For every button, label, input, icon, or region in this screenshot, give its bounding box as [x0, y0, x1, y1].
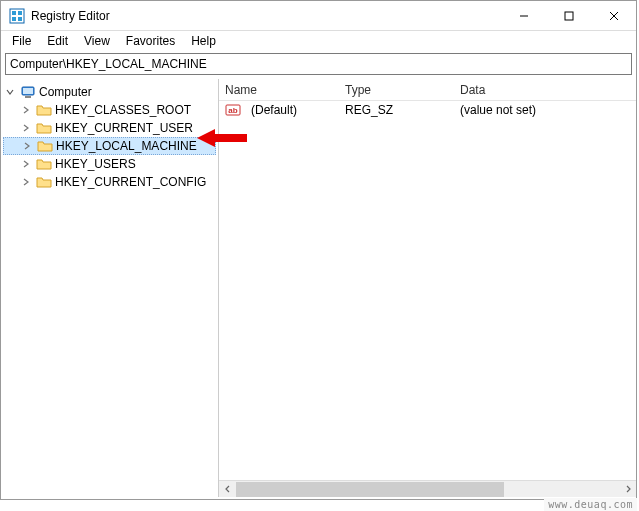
tree-node-hkcr[interactable]: HKEY_CLASSES_ROOT [3, 101, 216, 119]
svg-rect-6 [565, 12, 573, 20]
menu-favorites[interactable]: Favorites [119, 32, 182, 50]
content-area: Computer HKEY_CLASSES_ROOT HKEY_CURRENT_… [1, 79, 636, 497]
chevron-right-icon[interactable] [21, 105, 33, 115]
registry-editor-window: Registry Editor File Edit View Favorites… [0, 0, 637, 500]
tree-node-label: HKEY_CURRENT_CONFIG [55, 175, 206, 189]
tree-node-label: HKEY_USERS [55, 157, 136, 171]
tree-node-label: HKEY_LOCAL_MACHINE [56, 139, 197, 153]
menu-help[interactable]: Help [184, 32, 223, 50]
chevron-right-icon[interactable] [22, 141, 34, 151]
folder-icon [37, 138, 53, 154]
tree-node-label: HKEY_CURRENT_USER [55, 121, 193, 135]
column-header-data[interactable]: Data [454, 83, 636, 97]
address-bar[interactable]: Computer\HKEY_LOCAL_MACHINE [5, 53, 632, 75]
maximize-icon [564, 11, 574, 21]
folder-icon [36, 102, 52, 118]
scroll-thumb[interactable] [236, 482, 504, 497]
minimize-button[interactable] [501, 1, 546, 31]
chevron-right-icon [624, 485, 632, 493]
list-row[interactable]: ab (Default) REG_SZ (value not set) [219, 101, 636, 119]
maximize-button[interactable] [546, 1, 591, 31]
computer-icon [20, 84, 36, 100]
menu-edit[interactable]: Edit [40, 32, 75, 50]
tree-node-computer[interactable]: Computer [3, 83, 216, 101]
tree-node-hkcu[interactable]: HKEY_CURRENT_USER [3, 119, 216, 137]
menubar: File Edit View Favorites Help [1, 31, 636, 51]
tree-node-hkcc[interactable]: HKEY_CURRENT_CONFIG [3, 173, 216, 191]
horizontal-scrollbar[interactable] [219, 480, 636, 497]
column-header-name[interactable]: Name [219, 83, 339, 97]
tree-panel[interactable]: Computer HKEY_CLASSES_ROOT HKEY_CURRENT_… [1, 79, 219, 497]
folder-icon [36, 120, 52, 136]
svg-rect-4 [18, 17, 22, 21]
window-title: Registry Editor [31, 9, 110, 23]
scroll-track[interactable] [236, 481, 619, 498]
close-button[interactable] [591, 1, 636, 31]
list-body[interactable]: ab (Default) REG_SZ (value not set) [219, 101, 636, 480]
list-headers: Name Type Data [219, 79, 636, 101]
list-panel: Name Type Data ab (Default) REG_SZ (valu… [219, 79, 636, 497]
tree-node-label: Computer [39, 85, 92, 99]
chevron-right-icon[interactable] [21, 177, 33, 187]
chevron-down-icon[interactable] [5, 87, 17, 97]
svg-rect-10 [23, 88, 33, 94]
tree-node-label: HKEY_CLASSES_ROOT [55, 103, 191, 117]
svg-rect-2 [18, 11, 22, 15]
scroll-left-button[interactable] [219, 481, 236, 498]
menu-file[interactable]: File [5, 32, 38, 50]
watermark: www.deuaq.com [544, 498, 637, 511]
chevron-right-icon[interactable] [21, 123, 33, 133]
cell-data: (value not set) [454, 103, 636, 117]
close-icon [609, 11, 619, 21]
svg-rect-11 [25, 96, 31, 98]
tree-node-hklm[interactable]: HKEY_LOCAL_MACHINE [3, 137, 216, 155]
chevron-left-icon [224, 485, 232, 493]
svg-rect-1 [12, 11, 16, 15]
cell-name: (Default) [245, 103, 339, 117]
column-header-type[interactable]: Type [339, 83, 454, 97]
menu-view[interactable]: View [77, 32, 117, 50]
svg-rect-3 [12, 17, 16, 21]
cell-type: REG_SZ [339, 103, 454, 117]
string-value-icon: ab [225, 102, 241, 118]
folder-icon [36, 174, 52, 190]
scroll-right-button[interactable] [619, 481, 636, 498]
address-bar-text: Computer\HKEY_LOCAL_MACHINE [10, 57, 207, 71]
tree-node-hku[interactable]: HKEY_USERS [3, 155, 216, 173]
chevron-right-icon[interactable] [21, 159, 33, 169]
app-icon [9, 8, 25, 24]
titlebar[interactable]: Registry Editor [1, 1, 636, 31]
folder-icon [36, 156, 52, 172]
svg-text:ab: ab [228, 106, 237, 115]
minimize-icon [519, 11, 529, 21]
